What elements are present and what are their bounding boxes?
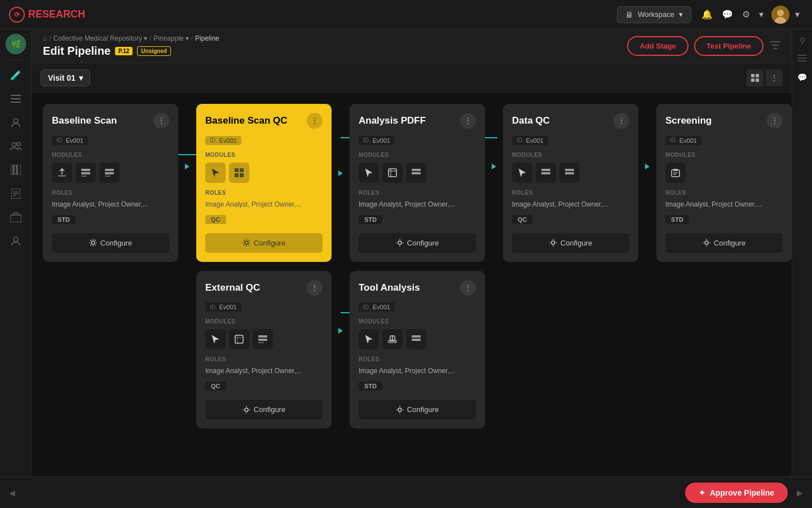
sidebar-item-profile2[interactable] xyxy=(5,230,27,252)
sidebar-item-flask[interactable]: 🧪 xyxy=(5,64,27,86)
stage-card-header-0: Baseline Scan ⋮ xyxy=(52,113,169,129)
add-stage-button[interactable]: Add Stage xyxy=(627,36,688,56)
configure-button-2[interactable]: Configure xyxy=(359,233,476,253)
configure-button-5[interactable]: Configure xyxy=(205,400,323,419)
avatar[interactable] xyxy=(771,6,789,24)
module-cursor-icon-6 xyxy=(359,329,379,349)
breadcrumb-repo[interactable]: Collective Medical Repository ▾ xyxy=(54,34,147,42)
card-id-6: ID. Ev001 xyxy=(359,303,395,312)
column-3: Data QC ⋮ ID. Ev001 MODULES xyxy=(503,104,638,262)
stage-card-header-6: Tool Analysis ⋮ xyxy=(359,280,476,296)
roles-text-1: Image Analyst, Project Owner,... xyxy=(205,200,323,208)
bottom-next-icon[interactable]: ▶ xyxy=(797,488,803,497)
right-sidebar: ⚲ 💬 xyxy=(792,29,812,508)
card-menu-2[interactable]: ⋮ xyxy=(460,113,476,129)
modules-row-3 xyxy=(512,163,629,183)
svg-point-65 xyxy=(398,408,401,411)
column-1: Baseline Scan QC ⋮ ID. Ev001 MODULES xyxy=(196,104,332,428)
svg-rect-66 xyxy=(541,169,550,171)
tag-qc-3: QC xyxy=(512,215,533,224)
card-menu-0[interactable]: ⋮ xyxy=(153,113,169,129)
svg-point-9 xyxy=(12,143,16,147)
test-pipeline-button[interactable]: Test Pipeline xyxy=(694,36,764,56)
right-sidebar-filter[interactable]: ⚲ xyxy=(797,34,807,47)
right-sidebar-lines[interactable] xyxy=(796,52,809,66)
pipeline-board: Baseline Scan ⋮ ID. Ev001 MODULES xyxy=(43,104,780,428)
module-frame-icon-2 xyxy=(382,163,403,183)
module-list-icon xyxy=(76,163,96,183)
tag-qc-1: QC xyxy=(205,215,226,224)
settings-chevron[interactable]: ▾ xyxy=(756,6,767,23)
card-menu-5[interactable]: ⋮ xyxy=(307,280,323,296)
card-menu-3[interactable]: ⋮ xyxy=(614,113,629,129)
roles-text-0: Image Analyst, Project Owner,... xyxy=(52,200,169,208)
app-logo: ⟳ RESEARCH xyxy=(9,7,85,23)
svg-rect-46 xyxy=(235,173,239,177)
grid-view-button[interactable] xyxy=(747,69,764,86)
module-cursor-icon-3 xyxy=(512,163,532,183)
visit-selector[interactable]: Visit 01 ▾ xyxy=(41,69,90,86)
settings-button[interactable]: ⚙ xyxy=(739,6,753,23)
sidebar-item-users[interactable] xyxy=(5,135,27,157)
approve-label: Approve Pipeline xyxy=(710,488,774,497)
stage-title-0: Baseline Scan xyxy=(52,115,117,126)
breadcrumb-project[interactable]: Pineapple ▾ xyxy=(153,34,188,42)
sidebar-item-menu[interactable] xyxy=(5,87,27,110)
card-menu-1[interactable]: ⋮ xyxy=(307,113,323,129)
workspace-button[interactable]: 🖥 Workspace ▾ xyxy=(617,6,691,23)
module-list2-icon xyxy=(99,163,120,183)
chevron-down-icon: ▾ xyxy=(186,34,189,42)
card-id-1: ID. Ev001 xyxy=(205,136,241,145)
bottom-prev-icon[interactable]: ◀ xyxy=(9,488,15,497)
dots-menu-button[interactable]: ⋮ xyxy=(766,69,783,86)
svg-rect-67 xyxy=(541,172,550,174)
module-list2-icon-3 xyxy=(559,163,580,183)
approve-pipeline-button[interactable]: ✦ Approve Pipeline xyxy=(685,483,788,503)
svg-rect-27 xyxy=(756,74,759,77)
column-0: Baseline Scan ⋮ ID. Ev001 MODULES xyxy=(43,104,178,262)
sidebar-item-briefcase[interactable] xyxy=(5,206,27,229)
svg-rect-28 xyxy=(751,78,754,82)
chevron-down-icon: ▾ xyxy=(144,34,147,42)
chat-button[interactable]: 💬 xyxy=(718,6,736,23)
sidebar-item-user[interactable] xyxy=(5,111,27,134)
sub-header: ⌂ / Collective Medical Repository ▾ / Pi… xyxy=(32,29,792,63)
plus-icon: ✦ xyxy=(699,488,705,497)
tag-std-2: STD xyxy=(359,215,382,224)
breadcrumb-home[interactable]: ⌂ xyxy=(43,34,47,42)
svg-point-43 xyxy=(91,241,95,244)
stage-card-data-qc: Data QC ⋮ ID. Ev001 MODULES xyxy=(503,104,638,262)
svg-text:🌿: 🌿 xyxy=(11,40,21,49)
roles-text-4: Image Analyst, Project Owner,... xyxy=(665,200,783,208)
tag-std-4: STD xyxy=(665,215,689,224)
stage-title-4: Screening xyxy=(665,115,712,126)
pipeline-flow: Baseline Scan ⋮ ID. Ev001 MODULES xyxy=(43,104,780,428)
left-sidebar: 🌿 🧪 xyxy=(0,29,32,508)
notifications-button[interactable]: 🔔 xyxy=(698,6,716,23)
configure-button-6[interactable]: Configure xyxy=(359,400,476,419)
column-4: Screening ⋮ ID. Ev001 MODULES ROLES Im xyxy=(656,104,792,262)
configure-button-0[interactable]: Configure xyxy=(52,233,169,253)
card-menu-6[interactable]: ⋮ xyxy=(460,280,476,296)
svg-point-8 xyxy=(14,119,18,123)
tag-std-0: STD xyxy=(52,215,76,224)
configure-button-4[interactable]: Configure xyxy=(665,233,783,253)
avatar-chevron[interactable]: ▾ xyxy=(792,6,803,23)
sidebar-item-library[interactable] xyxy=(5,159,27,181)
svg-rect-11 xyxy=(11,165,13,175)
right-sidebar-comment[interactable]: 💬 xyxy=(795,71,809,84)
svg-rect-26 xyxy=(751,74,754,77)
filter-icon[interactable] xyxy=(770,41,780,52)
configure-button-3[interactable]: Configure xyxy=(512,233,629,253)
card-menu-4[interactable]: ⋮ xyxy=(767,113,783,129)
svg-point-1 xyxy=(777,10,784,16)
stage-title-3: Data QC xyxy=(512,115,550,126)
stage-card-header-1: Baseline Scan QC ⋮ xyxy=(205,113,323,129)
monitor-icon: 🖥 xyxy=(625,10,633,19)
workspace-label: Workspace xyxy=(638,10,674,19)
module-list-icon-2 xyxy=(406,163,426,183)
configure-button-1[interactable]: Configure xyxy=(205,233,323,253)
svg-rect-64 xyxy=(412,339,421,341)
stage-card-baseline-scan-qc: Baseline Scan QC ⋮ ID. Ev001 MODULES xyxy=(196,104,332,262)
sidebar-item-documents[interactable] xyxy=(5,182,27,205)
